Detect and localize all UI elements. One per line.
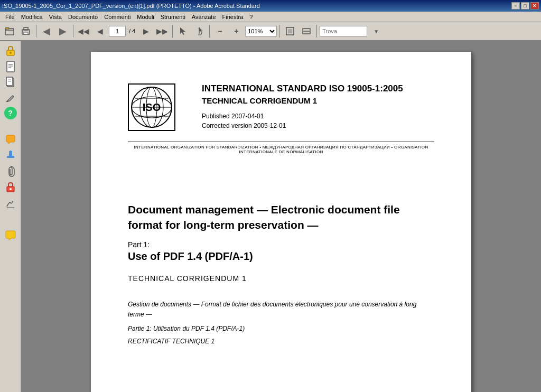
fit-width[interactable] [299, 24, 314, 39]
svg-rect-4 [24, 32, 28, 34]
iso-standard: INTERNATIONAL STANDARD ISO 19005-1:2005 [202, 83, 434, 94]
nav-prev[interactable]: ◀ [92, 24, 107, 39]
menu-commenti[interactable]: Commenti [101, 13, 134, 21]
menu-finestra[interactable]: Finestra [219, 13, 247, 21]
toolbar-back[interactable]: ◀ [39, 24, 54, 39]
main-area: ? [0, 41, 541, 392]
open-button[interactable] [2, 24, 17, 39]
iso-logo-svg: ISO [129, 85, 174, 130]
pdf-header: ISO INTERNATIONAL STANDARD ISO 19005-1:2… [128, 83, 434, 131]
separator-2 [73, 25, 73, 38]
document-icon[interactable] [3, 59, 18, 74]
corrigendum-label: TECHNICAL CORRIGENDUM 1 [128, 274, 434, 283]
comments-icon[interactable] [3, 132, 18, 147]
titlebar: ISO_19005-1_2005_Cor_1_2007_PDF_version_… [0, 0, 541, 12]
svg-rect-1 [5, 27, 9, 29]
lock-icon[interactable] [3, 43, 18, 58]
published-date: Published 2007-04-01 [202, 113, 434, 120]
window-controls: − □ ✕ [511, 2, 539, 10]
hand-tool[interactable] [192, 24, 207, 39]
part-title: Use of PDF 1.4 (PDF/A-1) [128, 250, 434, 263]
maximize-button[interactable]: □ [521, 2, 529, 10]
menu-moduli[interactable]: Moduli [134, 13, 157, 21]
svg-rect-0 [5, 29, 14, 35]
search-input[interactable] [320, 26, 367, 36]
page-number-input[interactable] [109, 26, 126, 36]
cursor-tool[interactable] [175, 24, 190, 39]
menu-modifica[interactable]: Modifica [18, 13, 46, 21]
fit-page[interactable] [283, 24, 297, 39]
print-button[interactable] [18, 24, 33, 39]
french-rectif: RECTIFICATIF TECHNIQUE 1 [128, 338, 434, 345]
menu-strumenti[interactable]: Strumenti [157, 13, 189, 21]
svg-rect-6 [288, 29, 292, 33]
iso-logo: ISO [128, 83, 181, 131]
separator-4 [209, 25, 210, 38]
svg-point-22 [9, 151, 12, 154]
minimize-button[interactable]: − [511, 2, 520, 10]
technical-corrigendum-header: TECHNICAL CORRIGENDUM 1 [202, 96, 434, 105]
svg-rect-3 [24, 27, 28, 30]
toolbar-forward[interactable]: ▶ [55, 24, 70, 39]
edit-icon[interactable] [3, 91, 18, 106]
page-total: / 4 [129, 28, 135, 34]
french-title: Gestion de documents — Format de fichier… [128, 300, 434, 320]
stamp-icon[interactable] [3, 148, 18, 163]
nav-next[interactable]: ▶ [138, 24, 153, 39]
separator-5 [279, 25, 280, 38]
zoom-out[interactable]: − [212, 24, 227, 39]
zoom-in[interactable]: + [229, 24, 244, 39]
svg-text:ISO: ISO [143, 101, 161, 113]
zoom-select[interactable]: 101% 75% 100% 125% 150% [245, 26, 277, 36]
org-line: INTERNATIONAL ORGANIZATION FOR STANDARDI… [128, 142, 434, 154]
menu-documento[interactable]: Documento [65, 13, 101, 21]
separator-3 [172, 25, 173, 38]
svg-point-24 [10, 188, 12, 190]
close-button[interactable]: ✕ [530, 2, 539, 10]
titlebar-title: ISO_19005-1_2005_Cor_1_2007_PDF_version_… [2, 3, 260, 9]
lock2-icon[interactable] [3, 180, 18, 194]
toolbar: ◀ ▶ ◀◀ ◀ / 4 ▶ ▶▶ − + 101% 75% 100% 125%… [0, 22, 541, 41]
sidebar: ? [0, 41, 21, 392]
svg-point-10 [10, 52, 12, 54]
svg-rect-11 [7, 61, 14, 72]
sign-icon[interactable] [3, 195, 18, 210]
separator-1 [36, 25, 36, 38]
doc-title: Document management — Electronic documen… [128, 202, 434, 233]
pdf-content-area[interactable]: ISO INTERNATIONAL STANDARD ISO 19005-1:2… [21, 41, 541, 392]
pdf-page: ISO INTERNATIONAL STANDARD ISO 19005-1:2… [91, 52, 471, 392]
comment-bubble-icon[interactable] [3, 228, 18, 243]
part-label: Part 1: [128, 240, 434, 249]
search-dropdown[interactable]: ▼ [369, 24, 384, 39]
menubar: File Modifica Vista Documento Commenti M… [0, 12, 541, 22]
pages-icon[interactable] [3, 75, 18, 90]
menu-help[interactable]: ? [246, 13, 256, 21]
menu-vista[interactable]: Vista [46, 13, 65, 21]
nav-last[interactable]: ▶▶ [155, 24, 170, 39]
nav-first[interactable]: ◀◀ [76, 24, 91, 39]
corrected-version: Corrected version 2005-12-01 [202, 122, 434, 129]
attach-icon[interactable] [3, 164, 18, 179]
separator-6 [316, 25, 317, 38]
title-block: INTERNATIONAL STANDARD ISO 19005-1:2005 … [181, 83, 434, 129]
menu-avanzate[interactable]: Avanzate [189, 13, 219, 21]
document-body: Document management — Electronic documen… [128, 202, 434, 345]
menu-file[interactable]: File [2, 13, 18, 21]
french-part: Partie 1: Utilisation du PDF 1.4 (PDF/A-… [128, 325, 434, 332]
help-icon[interactable]: ? [4, 107, 17, 119]
